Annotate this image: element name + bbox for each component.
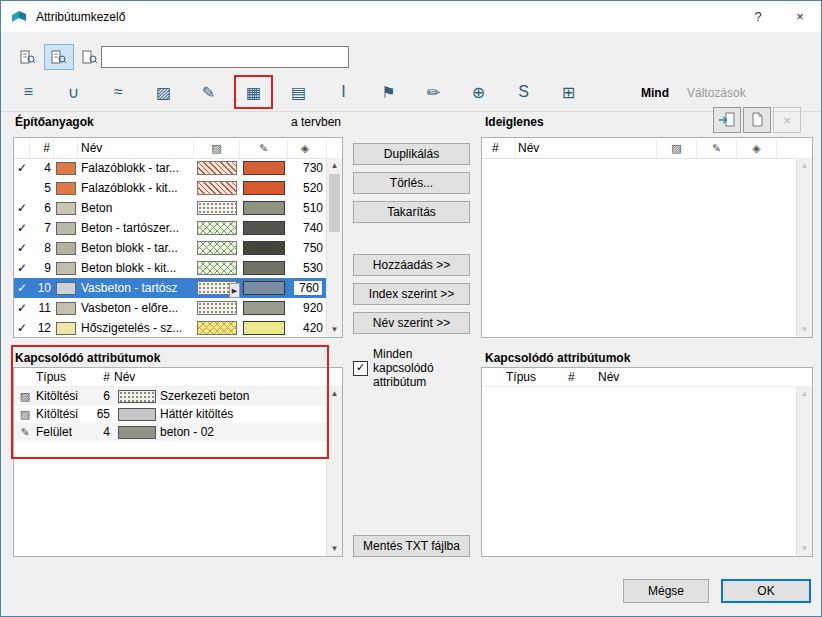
view-by-name-button[interactable] bbox=[44, 44, 74, 70]
tab-composites[interactable]: ▤ bbox=[283, 79, 314, 105]
scrollbar-thumb[interactable] bbox=[329, 174, 340, 232]
row-checkmark[interactable]: ✓ bbox=[14, 221, 30, 235]
name-column-header: Név bbox=[516, 139, 657, 158]
overwrite-by-name-button[interactable]: Név szerint >> bbox=[353, 312, 470, 334]
material-row[interactable]: ✓4Falazóblokk - tar...730 bbox=[14, 158, 327, 178]
scroll-up-icon[interactable]: ▲ bbox=[327, 386, 342, 401]
tab-profiles[interactable]: I bbox=[328, 79, 359, 105]
import-button[interactable] bbox=[713, 107, 741, 133]
material-name: Beton - tartószer... bbox=[78, 221, 194, 235]
temp-linked-columns-header: Típus # Név bbox=[482, 368, 812, 387]
linked-index: 6 bbox=[88, 389, 114, 403]
check-column-header bbox=[14, 139, 30, 158]
row-checkmark[interactable]: ✓ bbox=[14, 201, 30, 215]
priority-column-header: ◈ bbox=[288, 139, 327, 158]
tab-zones[interactable]: ⚑ bbox=[373, 79, 404, 105]
priority-value: 920 bbox=[288, 301, 327, 315]
help-button[interactable]: ? bbox=[737, 1, 779, 32]
linked-attribute-row[interactable]: ▨Kitöltési6Szerkezeti beton bbox=[14, 387, 342, 405]
material-index: 9 bbox=[30, 261, 54, 275]
ok-button[interactable]: OK bbox=[721, 579, 811, 603]
delete-button[interactable]: Törlés... bbox=[353, 172, 470, 194]
all-linked-checkbox[interactable]: ✓ bbox=[353, 361, 368, 376]
row-checkmark[interactable]: ✓ bbox=[14, 161, 30, 175]
material-index: 11 bbox=[30, 301, 54, 315]
material-index: 8 bbox=[30, 241, 54, 255]
cut-fill-swatch bbox=[194, 301, 240, 316]
scroll-down-icon[interactable]: ▼ bbox=[327, 322, 342, 337]
linked-attribute-row[interactable]: ✎Felület4beton - 02 bbox=[14, 423, 342, 441]
view-toolbar bbox=[13, 44, 105, 70]
linked-attribute-row[interactable]: ▨Kitöltési65Háttér kitöltés bbox=[14, 405, 342, 423]
surfaces-icon: ✎ bbox=[202, 83, 215, 102]
linked-swatch bbox=[114, 425, 160, 439]
row-checkmark[interactable]: ✓ bbox=[14, 281, 30, 295]
new-page-button[interactable] bbox=[743, 107, 771, 133]
save-txt-button[interactable]: Mentés TXT fájlba bbox=[353, 535, 470, 557]
material-row[interactable]: ✓7Beton - tartószer...740 bbox=[14, 218, 327, 238]
temp-linked-title: Kapcsolódó attribútumok bbox=[485, 351, 630, 365]
surface-color-swatch bbox=[240, 201, 288, 216]
material-color-swatch bbox=[54, 181, 78, 195]
tab-fill-types[interactable]: ▨ bbox=[148, 79, 179, 105]
row-checkmark[interactable]: ✓ bbox=[14, 321, 30, 335]
surface-color-swatch bbox=[240, 281, 288, 296]
scroll-up-icon[interactable]: ▲ bbox=[327, 158, 342, 173]
priority-value-field[interactable]: 760 bbox=[293, 280, 323, 296]
material-row[interactable]: ✓10Vasbeton - tartósz▶760 bbox=[14, 278, 327, 298]
scroll-down-icon[interactable]: ▼ bbox=[327, 541, 342, 556]
close-button[interactable]: × bbox=[779, 1, 821, 32]
tab-surfaces[interactable]: ✎ bbox=[193, 79, 224, 105]
pens-icon: ∪ bbox=[68, 83, 80, 102]
filter-input[interactable] bbox=[101, 46, 349, 68]
new-page-icon bbox=[748, 112, 766, 128]
surface-color-swatch bbox=[240, 161, 288, 176]
surface-color-swatch bbox=[240, 321, 288, 336]
purge-button[interactable]: Takarítás bbox=[353, 201, 470, 223]
tab-markers[interactable]: ✏ bbox=[418, 79, 449, 105]
linked-name: Szerkezeti beton bbox=[160, 389, 342, 403]
tab-pens[interactable]: ∪ bbox=[58, 79, 89, 105]
append-button[interactable]: Hozzáadás >> bbox=[353, 254, 470, 276]
material-row[interactable]: 5Falazóblokk - kit...520 bbox=[14, 178, 327, 198]
fill-dropdown-button[interactable]: ▶ bbox=[229, 283, 240, 298]
linked-type: Kitöltési bbox=[36, 407, 88, 421]
temporary-list: # Név ▨ ✎ ◈ ▲ ▼ bbox=[481, 137, 813, 338]
cut-fill-swatch bbox=[194, 181, 240, 196]
overwrite-by-index-button[interactable]: Index szerint >> bbox=[353, 283, 470, 305]
tab-operation-profiles[interactable]: S bbox=[508, 79, 539, 105]
material-name: Vasbeton - előre... bbox=[78, 301, 194, 315]
cut-fill-swatch bbox=[194, 221, 240, 236]
material-row[interactable]: ✓11Vasbeton - előre...920 bbox=[14, 298, 327, 318]
materials-scrollbar[interactable]: ▲ ▼ bbox=[326, 158, 342, 337]
view-by-index-button[interactable] bbox=[13, 44, 43, 70]
tab-building-materials[interactable]: ▦ bbox=[238, 79, 269, 105]
fill-column-header: ▨ bbox=[194, 139, 240, 158]
tab-cities[interactable]: ⊕ bbox=[463, 79, 494, 105]
line-types-icon: ≈ bbox=[114, 83, 123, 101]
linked-scrollbar[interactable]: ▲ ▼ bbox=[326, 386, 342, 556]
scroll-down-icon: ▼ bbox=[797, 541, 812, 556]
tab-layers[interactable]: ≡ bbox=[13, 79, 44, 105]
index-column-header: # bbox=[88, 370, 114, 384]
tab-line-types[interactable]: ≈ bbox=[103, 79, 134, 105]
material-row[interactable]: ✓9Beton blokk - kit...530 bbox=[14, 258, 327, 278]
material-row[interactable]: ✓6Beton510 bbox=[14, 198, 327, 218]
material-row[interactable]: ✓12Hőszigetelés - sz...420 bbox=[14, 318, 327, 337]
material-row[interactable]: ✓8Beton blokk - tar...750 bbox=[14, 238, 327, 258]
temporary-columns-header: # Név ▨ ✎ ◈ bbox=[482, 138, 812, 159]
diamond-icon: ◈ bbox=[288, 139, 322, 158]
tab-mep-systems[interactable]: ⊞ bbox=[553, 79, 584, 105]
tab-all[interactable]: Mind bbox=[641, 86, 669, 100]
priority-value: 760 bbox=[288, 280, 327, 296]
row-checkmark[interactable]: ✓ bbox=[14, 301, 30, 315]
linked-swatch bbox=[114, 389, 160, 403]
cancel-button[interactable]: Mégse bbox=[623, 579, 709, 603]
row-checkmark[interactable]: ✓ bbox=[14, 241, 30, 255]
material-name: Falazóblokk - tar... bbox=[78, 161, 194, 175]
all-linked-checkbox-label: Minden kapcsolódó attribútum bbox=[373, 347, 459, 389]
duplicate-button[interactable]: Duplikálás bbox=[353, 143, 470, 165]
material-index: 12 bbox=[30, 321, 54, 335]
row-checkmark[interactable]: ✓ bbox=[14, 261, 30, 275]
attribute-manager-dialog: Attribútumkezelő ? × ≡∪≈▨✎▦▤I⚑✏⊕S⊞ Mind … bbox=[0, 0, 822, 617]
